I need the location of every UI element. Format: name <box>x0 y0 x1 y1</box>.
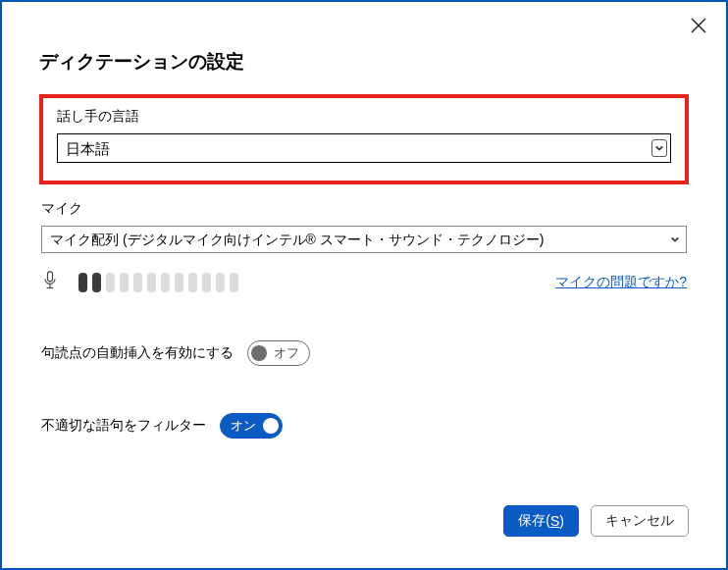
level-bar <box>202 273 211 292</box>
level-bar <box>216 273 225 292</box>
level-bar <box>161 273 170 292</box>
profanity-filter-label: 不適切な語句をフィルター <box>41 417 206 435</box>
mic-select-wrapper: マイク配列 (デジタルマイク向けインテル® スマート・サウンド・テクノロジー) <box>41 226 687 253</box>
level-bar <box>147 273 156 292</box>
close-button[interactable] <box>685 12 712 39</box>
language-label: 話し手の言語 <box>57 108 671 126</box>
level-bar <box>175 273 183 292</box>
save-button[interactable]: 保存(S) <box>503 505 579 537</box>
toggle-knob <box>251 345 267 361</box>
dialog-title: ディクテーションの設定 <box>39 49 689 75</box>
level-bar <box>92 273 101 292</box>
mic-level-meter <box>78 273 238 292</box>
level-bar <box>230 273 238 292</box>
level-bar <box>78 273 87 292</box>
mic-help-link[interactable]: マイクの問題ですか? <box>555 274 687 291</box>
cancel-button[interactable]: キャンセル <box>591 505 689 537</box>
language-select-wrapper: 日本語 <box>57 133 671 163</box>
auto-punct-label: 句読点の自動挿入を有効にする <box>41 344 234 362</box>
level-bar <box>133 273 142 292</box>
toggle-state-label: オン <box>231 417 256 435</box>
dictation-settings-dialog: ディクテーションの設定 話し手の言語 日本語 マイク マイク配列 (デジタルマイ… <box>0 0 728 570</box>
language-section-highlight: 話し手の言語 日本語 <box>39 94 689 184</box>
profanity-filter-toggle[interactable]: オン <box>220 413 283 439</box>
toggle-knob <box>263 418 279 434</box>
mic-label: マイク <box>41 200 687 218</box>
level-bar <box>120 273 129 292</box>
svg-rect-2 <box>48 272 53 282</box>
dialog-footer: 保存(S) キャンセル <box>503 505 689 537</box>
mic-select[interactable]: マイク配列 (デジタルマイク向けインテル® スマート・サウンド・テクノロジー) <box>41 226 687 253</box>
language-select[interactable]: 日本語 <box>57 133 671 163</box>
close-icon <box>691 18 706 33</box>
toggle-state-label: オフ <box>274 344 299 362</box>
auto-punct-toggle[interactable]: オフ <box>247 340 310 366</box>
level-bar <box>188 273 197 292</box>
microphone-icon <box>41 271 59 293</box>
level-bar <box>106 273 115 292</box>
